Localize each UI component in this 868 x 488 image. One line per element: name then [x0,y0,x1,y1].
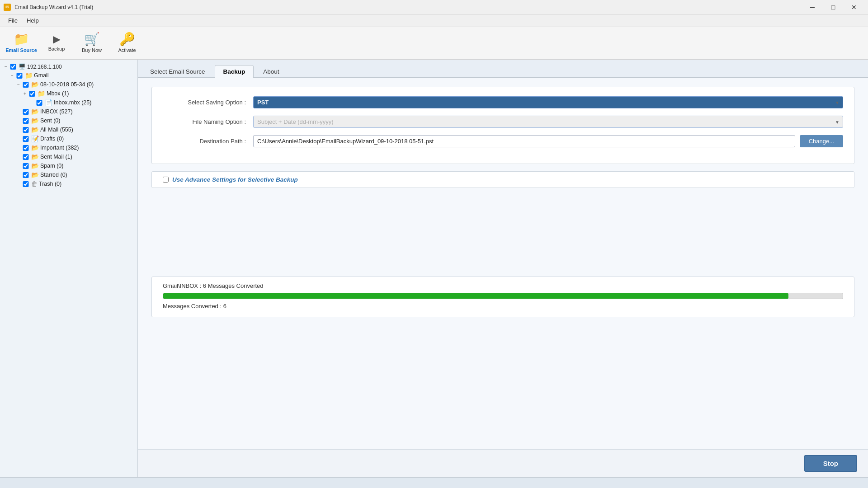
root-label: 192.168.1.100 [27,64,62,70]
toolbar-activate[interactable]: 🔑 Activate [111,28,143,57]
destination-path-control: Change... [253,135,843,147]
saving-option-label: Select Saving Option : [163,99,253,106]
saving-option-select[interactable]: PST MBOX EML MSG PDF HTML [253,96,843,108]
toolbar-buy-now[interactable]: 🛒 Buy Now [76,28,108,57]
date-label: 08-10-2018 05-34 (0) [40,81,94,88]
tree-important[interactable]: 📂 Important (382) [0,143,137,152]
inbox-mbx-label: Inbox.mbx (25) [54,99,91,106]
inbox-mbx-checkbox[interactable] [36,100,42,106]
close-button[interactable]: ✕ [844,0,864,14]
tree-date-folder[interactable]: − 📂 08-10-2018 05-34 (0) [0,80,137,89]
stop-button[interactable]: Stop [804,455,857,472]
all-mail-checkbox[interactable] [23,127,29,133]
file-naming-select[interactable]: Subject + Date (dd-mm-yyyy) [253,116,843,128]
toolbar: 📁 Email Source ▶ Backup 🛒 Buy Now 🔑 Acti… [0,27,868,60]
sent-checkbox[interactable] [23,118,29,124]
activate-icon: 🔑 [119,33,135,46]
title-bar-left: ✉ Email Backup Wizard v4.1 (Trial) [4,4,93,11]
tree-inbox[interactable]: 📂 INBOX (527) [0,107,137,116]
root-toggle[interactable]: − [3,64,9,69]
destination-path-input[interactable] [253,135,795,147]
all-mail-icon: 📂 [31,126,39,133]
mbox-toggle[interactable]: + [22,91,28,96]
tree-gmail[interactable]: − 📁 Gmail [0,71,137,80]
left-panel: − 🖥️ 192.168.1.100 − 📁 Gmail − 📂 08-10-2… [0,60,138,477]
file-naming-wrapper: Subject + Date (dd-mm-yyyy) [253,116,843,128]
tree-mbox[interactable]: + 📁 Mbox (1) [0,89,137,98]
maximize-button[interactable]: □ [823,0,844,14]
date-checkbox[interactable] [23,82,29,88]
trash-checkbox[interactable] [23,181,29,187]
progress-section: Gmail\INBOX : 6 Messages Converted Messa… [151,277,854,317]
inbox-checkbox[interactable] [23,109,29,115]
bottom-bar: Stop [138,449,868,477]
toolbar-buy-now-label: Buy Now [82,47,102,53]
sent-mail-checkbox[interactable] [23,154,29,160]
window-title: Email Backup Wizard v4.1 (Trial) [14,4,93,10]
content-area: Select Saving Option : PST MBOX EML MSG … [138,78,868,449]
toolbar-backup[interactable]: ▶ Backup [41,28,72,57]
mbox-checkbox[interactable] [29,91,35,97]
menu-bar: File Help [0,14,868,27]
drafts-checkbox[interactable] [23,136,29,142]
sent-label: Sent (0) [40,117,60,124]
important-label: Important (382) [40,145,79,151]
destination-path-label: Destination Path : [163,138,253,145]
advance-settings-checkbox[interactable] [163,177,169,183]
trash-icon: 🗑 [31,180,38,188]
inbox-label: INBOX (527) [40,108,73,115]
drafts-label: Drafts (0) [40,136,64,142]
root-checkbox[interactable] [10,64,16,70]
tree-all-mail[interactable]: 📂 All Mail (555) [0,125,137,134]
tree-sent-mail[interactable]: 📂 Sent Mail (1) [0,152,137,161]
sent-mail-toggle [15,155,22,160]
minimize-button[interactable]: ─ [802,0,823,14]
tree-starred[interactable]: 📂 Starred (0) [0,170,137,179]
tree-root[interactable]: − 🖥️ 192.168.1.100 [0,62,137,71]
email-source-icon: 📁 [14,33,29,46]
toolbar-email-source-label: Email Source [5,47,37,53]
toolbar-email-source[interactable]: 📁 Email Source [5,28,37,57]
menu-file[interactable]: File [4,15,22,26]
tree-inbox-mbx[interactable]: 📄 Inbox.mbx (25) [0,98,137,107]
starred-checkbox[interactable] [23,172,29,178]
tree-trash[interactable]: 🗑 Trash (0) [0,179,137,188]
gmail-toggle[interactable]: − [9,73,15,78]
trash-label: Trash (0) [39,181,61,187]
buy-now-icon: 🛒 [84,33,100,46]
important-icon: 📂 [31,144,39,151]
gmail-checkbox[interactable] [16,73,23,79]
important-checkbox[interactable] [23,145,29,151]
spacer [151,195,854,277]
saving-option-wrapper: PST MBOX EML MSG PDF HTML [253,96,843,108]
advance-settings-label[interactable]: Use Advance Settings for Selective Backu… [172,176,298,183]
spam-toggle [15,164,22,169]
gmail-folder-icon: 📁 [25,72,33,79]
root-folder-icon: 🖥️ [19,63,26,70]
gmail-label: Gmail [34,72,49,79]
title-bar: ✉ Email Backup Wizard v4.1 (Trial) ─ □ ✕ [0,0,868,14]
trash-toggle [15,182,22,187]
app-icon: ✉ [4,4,11,11]
progress-bar-fill [163,293,788,299]
tab-select-email-source[interactable]: Select Email Source [142,65,214,78]
inbox-folder-icon: 📂 [31,108,39,115]
file-naming-label: File Naming Option : [163,118,253,125]
menu-help[interactable]: Help [22,15,43,26]
tree-spam[interactable]: 📂 Spam (0) [0,161,137,170]
tree-sent[interactable]: 📂 Sent (0) [0,116,137,125]
important-toggle [15,145,22,150]
main-layout: − 🖥️ 192.168.1.100 − 📁 Gmail − 📂 08-10-2… [0,60,868,477]
tree-drafts[interactable]: 📝 Drafts (0) [0,134,137,143]
tab-backup[interactable]: Backup [215,65,254,78]
starred-label: Starred (0) [40,172,67,178]
drafts-toggle [15,136,22,141]
messages-text: Messages Converted : 6 [163,303,843,310]
tab-about[interactable]: About [255,65,288,78]
change-button[interactable]: Change... [800,135,843,147]
mbox-label: Mbox (1) [47,90,69,97]
date-toggle[interactable]: − [15,82,22,87]
spam-checkbox[interactable] [23,163,29,169]
mbox-folder-icon: 📁 [38,90,45,97]
saving-option-row: Select Saving Option : PST MBOX EML MSG … [163,96,843,108]
